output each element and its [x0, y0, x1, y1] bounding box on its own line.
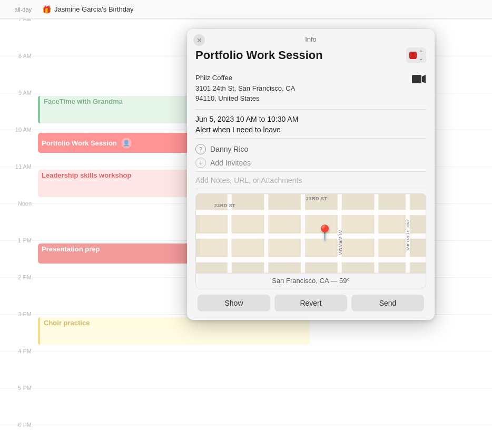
location-text: Philz Coffee 3101 24th St, San Francisco…: [195, 73, 295, 104]
time-slot-6pm: [37, 425, 492, 448]
svg-rect-17: [378, 215, 404, 232]
time-label-11am: 11 AM: [0, 163, 37, 170]
datetime-line: Jun 5, 2023 10 AM to 10:30 AM: [195, 115, 426, 123]
time-label-8am: 8 AM: [0, 53, 37, 59]
all-day-row: all-day 🎁 Jasmine Garcia's Birthday: [0, 0, 492, 19]
datetime-section: Jun 5, 2023 10 AM to 10:30 AM Alert when…: [195, 110, 426, 139]
show-button[interactable]: Show: [198, 295, 270, 311]
invitee-icon: 👤: [121, 138, 132, 148]
time-label-6pm: 6 PM: [0, 422, 37, 428]
map-canvas: 23RD ST 23RD ST ALABAMA POTRERO AVE 📍: [196, 194, 426, 273]
location-section: Philz Coffee 3101 24th St, San Francisco…: [195, 67, 426, 110]
facetime-event-label: FaceTime with Grandma: [44, 98, 123, 105]
leadership-event-label: Leadership skills workshop: [42, 171, 132, 179]
close-button[interactable]: ✕: [193, 34, 205, 46]
svg-rect-8: [301, 194, 305, 272]
alert-line: Alert when I need to leave: [195, 125, 426, 134]
svg-rect-14: [268, 215, 299, 232]
time-label-4pm: 4 PM: [0, 348, 37, 354]
svg-text:23RD ST: 23RD ST: [306, 196, 327, 201]
birthday-event[interactable]: 🎁 Jasmine Garcia's Birthday: [37, 3, 139, 16]
time-slot-3pm[interactable]: Choir practice: [37, 315, 492, 352]
map-pin: 📍: [316, 224, 334, 241]
time-label-10am: 10 AM: [0, 126, 37, 133]
location-address: 3101 24th St, San Francisco, CA94110, Un…: [195, 83, 295, 104]
popup-header: ✕ Info: [187, 29, 435, 43]
add-invitees-row[interactable]: + Add Invitees: [195, 158, 426, 168]
portfolio-event-label: Portfolio Work Session: [42, 139, 117, 147]
time-label-9am: 9 AM: [0, 90, 37, 96]
close-icon: ✕: [196, 36, 202, 44]
time-row-6pm: 6 PM: [0, 425, 492, 448]
notes-placeholder: Add Notes, URL, or Attachments: [195, 176, 302, 184]
svg-rect-22: [342, 238, 373, 255]
svg-marker-1: [422, 75, 426, 83]
send-button[interactable]: Send: [351, 295, 424, 311]
video-icon[interactable]: [411, 74, 426, 87]
birthday-event-label: Jasmine Garcia's Birthday: [54, 5, 134, 13]
event-title: Portfolio Work Session: [195, 48, 323, 62]
popup-title: Info: [195, 35, 426, 43]
time-slot-4pm: [37, 352, 492, 388]
notes-section[interactable]: Add Notes, URL, or Attachments: [195, 172, 426, 189]
time-label-5pm: 5 PM: [0, 385, 37, 391]
svg-text:ALABAMA: ALABAMA: [338, 230, 343, 256]
map-section[interactable]: 23RD ST 23RD ST ALABAMA POTRERO AVE 📍 Sa…: [195, 193, 426, 288]
popup-content: Portfolio Work Session ⌃⌄ Philz Coffee 3…: [187, 47, 435, 320]
color-picker-button[interactable]: ⌃⌄: [406, 47, 426, 63]
info-popup: ✕ Info Portfolio Work Session ⌃⌄ Philz C…: [187, 29, 435, 320]
gift-icon: 🎁: [42, 5, 51, 14]
map-footer: San Francisco, CA — 59°: [196, 273, 426, 288]
time-row-3pm: 3 PM Choir practice: [0, 314, 492, 351]
svg-text:23RD ST: 23RD ST: [214, 203, 235, 208]
time-label-noon: Noon: [0, 200, 37, 207]
time-label-3pm: 3 PM: [0, 311, 37, 317]
svg-rect-20: [268, 238, 299, 255]
popup-buttons: Show Revert Send: [195, 295, 426, 314]
location-name: Philz Coffee: [195, 73, 295, 83]
add-invitees-icon: +: [195, 158, 206, 168]
color-dot: [409, 52, 417, 59]
people-section: ? Danny Rico + Add Invitees: [195, 139, 426, 172]
time-row-5pm: 5 PM: [0, 388, 492, 425]
svg-rect-23: [378, 238, 404, 255]
svg-rect-13: [232, 215, 263, 232]
organizer-name: Danny Rico: [210, 145, 248, 153]
svg-rect-16: [342, 215, 373, 232]
chevron-updown-icon: ⌃⌄: [419, 50, 423, 61]
svg-rect-12: [200, 215, 227, 232]
time-label-1pm: 1 PM: [0, 237, 37, 244]
svg-rect-7: [264, 194, 268, 272]
event-title-row: Portfolio Work Session ⌃⌄: [195, 47, 426, 63]
svg-rect-10: [374, 194, 378, 272]
organizer-row: ? Danny Rico: [195, 144, 426, 154]
presentation-event-label: Presentation prep: [42, 245, 100, 253]
svg-rect-19: [232, 238, 263, 255]
time-slot-5pm: [37, 388, 492, 425]
svg-rect-18: [200, 238, 227, 255]
revert-button[interactable]: Revert: [274, 295, 347, 311]
time-row-4pm: 4 PM: [0, 351, 492, 388]
svg-text:POTRERO AVE: POTRERO AVE: [406, 220, 410, 252]
choir-event[interactable]: Choir practice: [38, 317, 310, 345]
time-label-7am: 7 AM: [0, 19, 37, 22]
choir-event-label: Choir practice: [44, 319, 90, 327]
organizer-icon: ?: [195, 144, 206, 154]
svg-rect-0: [412, 75, 421, 83]
all-day-label: all-day: [0, 6, 37, 13]
time-label-2pm: 2 PM: [0, 274, 37, 280]
add-invitees-label: Add Invitees: [210, 159, 251, 167]
